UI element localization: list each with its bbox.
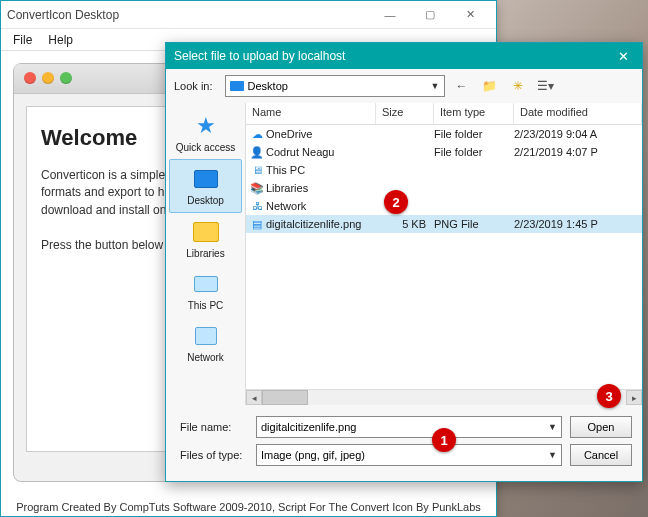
file-name-input[interactable]: digitalcitizenlife.png ▼ <box>256 416 562 438</box>
dialog-title: Select file to upload by localhost <box>174 49 612 63</box>
chevron-down-icon[interactable]: ▼ <box>548 422 557 432</box>
file-list: Name Size Item type Date modified ☁ OneD… <box>246 103 642 405</box>
footer-text: Program Created By CompTuts Software 200… <box>1 501 496 513</box>
pc-icon: 🖥 <box>246 164 264 176</box>
desktop-icon <box>191 166 221 192</box>
file-name-row: File name: digitalcitizenlife.png ▼ Open <box>176 413 632 441</box>
list-item-selected[interactable]: ▤ digitalcitizenlife.png 5 KB PNG File 2… <box>246 215 642 233</box>
user-icon: 👤 <box>246 146 264 159</box>
sidebar-item-quick-access[interactable]: ★ Quick access <box>166 107 245 159</box>
scroll-track[interactable] <box>308 390 626 405</box>
sidebar-label: Libraries <box>186 248 224 259</box>
minimize-button[interactable]: — <box>370 3 410 27</box>
file-type-row: Files of type: Image (png, gif, jpeg) ▼ … <box>176 441 632 469</box>
callout-badge-2: 2 <box>384 190 408 214</box>
network-icon <box>191 323 221 349</box>
list-item[interactable]: 👤 Codrut Neagu File folder 2/21/2019 4:0… <box>246 143 642 161</box>
list-item[interactable]: 🖥 This PC <box>246 161 642 179</box>
column-headers[interactable]: Name Size Item type Date modified <box>246 103 642 125</box>
up-button[interactable]: 📁 <box>479 75 501 97</box>
star-icon: ★ <box>191 113 221 139</box>
scroll-left-button[interactable]: ◂ <box>246 390 262 405</box>
sidebar-item-desktop[interactable]: Desktop <box>169 159 242 213</box>
open-button[interactable]: Open <box>570 416 632 438</box>
menu-help[interactable]: Help <box>40 31 81 49</box>
mac-min-icon[interactable] <box>42 72 54 84</box>
col-size[interactable]: Size <box>376 103 434 124</box>
sidebar-label: Desktop <box>187 195 224 206</box>
sidebar-item-network[interactable]: Network <box>166 317 245 369</box>
scroll-right-button[interactable]: ▸ <box>626 390 642 405</box>
list-item[interactable]: 📚 Libraries <box>246 179 642 197</box>
network-icon: 🖧 <box>246 200 264 212</box>
callout-badge-1: 1 <box>432 428 456 452</box>
maximize-button[interactable]: ▢ <box>410 3 450 27</box>
sidebar-label: Quick access <box>176 142 235 153</box>
mac-close-icon[interactable] <box>24 72 36 84</box>
menu-file[interactable]: File <box>5 31 40 49</box>
look-in-value: Desktop <box>248 80 288 92</box>
scroll-thumb[interactable] <box>262 390 308 405</box>
chevron-down-icon: ▼ <box>431 81 440 91</box>
folder-icon <box>191 219 221 245</box>
new-folder-button[interactable]: ✳ <box>507 75 529 97</box>
sidebar-item-libraries[interactable]: Libraries <box>166 213 245 265</box>
pc-icon <box>191 271 221 297</box>
list-item[interactable]: 🖧 Network <box>246 197 642 215</box>
libraries-icon: 📚 <box>246 182 264 195</box>
cancel-button[interactable]: Cancel <box>570 444 632 466</box>
places-sidebar: ★ Quick access Desktop Libraries This PC… <box>166 103 246 405</box>
sidebar-item-this-pc[interactable]: This PC <box>166 265 245 317</box>
chevron-down-icon[interactable]: ▼ <box>548 450 557 460</box>
sidebar-label: This PC <box>188 300 224 311</box>
back-button[interactable]: ← <box>451 75 473 97</box>
cloud-icon: ☁ <box>246 128 264 141</box>
file-type-select[interactable]: Image (png, gif, jpeg) ▼ <box>256 444 562 466</box>
image-icon: ▤ <box>246 218 264 231</box>
col-date[interactable]: Date modified <box>514 103 642 124</box>
desktop-icon <box>230 81 244 91</box>
app-title: ConvertIcon Desktop <box>7 8 370 22</box>
file-type-value: Image (png, gif, jpeg) <box>261 449 365 461</box>
horizontal-scrollbar[interactable]: ◂ ▸ <box>246 389 642 405</box>
mac-dots <box>24 72 72 84</box>
look-in-label: Look in: <box>174 80 213 92</box>
look-in-select[interactable]: Desktop ▼ <box>225 75 445 97</box>
dialog-main: ★ Quick access Desktop Libraries This PC… <box>166 103 642 405</box>
close-button[interactable]: ✕ <box>450 3 490 27</box>
col-name[interactable]: Name <box>246 103 376 124</box>
dialog-toolbar: Look in: Desktop ▼ ← 📁 ✳ ☰▾ <box>166 69 642 103</box>
callout-badge-3: 3 <box>597 384 621 408</box>
file-type-label: Files of type: <box>176 449 248 461</box>
file-name-label: File name: <box>176 421 248 433</box>
dialog-close-button[interactable]: ✕ <box>612 49 634 64</box>
mac-max-icon[interactable] <box>60 72 72 84</box>
app-titlebar[interactable]: ConvertIcon Desktop — ▢ ✕ <box>1 1 496 29</box>
file-rows: ☁ OneDrive File folder 2/23/2019 9:04 A … <box>246 125 642 389</box>
dialog-titlebar[interactable]: Select file to upload by localhost ✕ <box>166 43 642 69</box>
list-item[interactable]: ☁ OneDrive File folder 2/23/2019 9:04 A <box>246 125 642 143</box>
file-open-dialog: Select file to upload by localhost ✕ Loo… <box>165 42 643 482</box>
col-type[interactable]: Item type <box>434 103 514 124</box>
view-menu-button[interactable]: ☰▾ <box>535 75 557 97</box>
dialog-bottom: File name: digitalcitizenlife.png ▼ Open… <box>166 405 642 481</box>
sidebar-label: Network <box>187 352 224 363</box>
file-name-value: digitalcitizenlife.png <box>261 421 356 433</box>
